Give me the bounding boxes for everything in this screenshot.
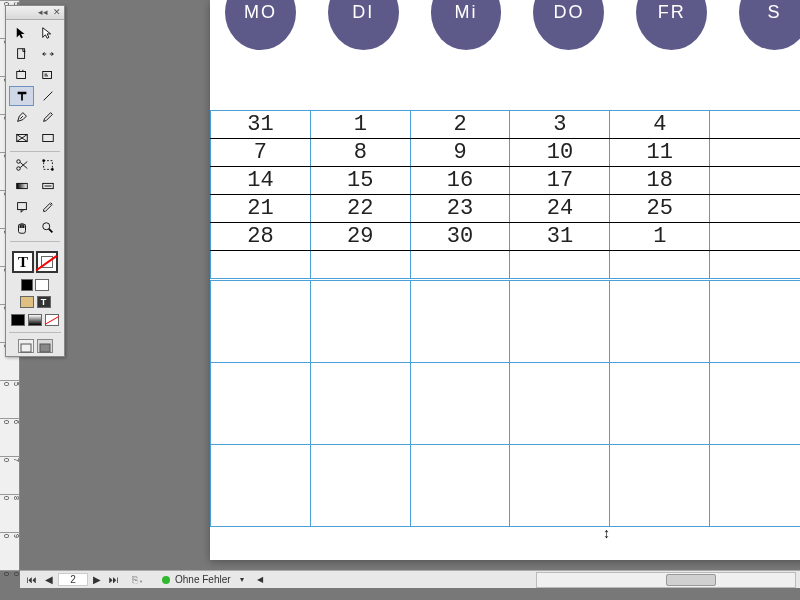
svg-point-16 <box>43 223 50 230</box>
view-mode-preview[interactable] <box>37 339 53 353</box>
next-page-icon[interactable]: ▶ <box>90 574 104 585</box>
eyedropper-tool[interactable] <box>36 197 61 217</box>
svg-point-9 <box>16 167 20 171</box>
document-page[interactable]: MODIMiDOFRS 3112347891011141516171821222… <box>210 0 800 560</box>
calendar-cell[interactable]: 23 <box>410 195 510 223</box>
svg-rect-13 <box>16 183 27 188</box>
calendar-cell[interactable]: 22 <box>310 195 410 223</box>
calendar-cell[interactable]: 29 <box>310 223 410 251</box>
type-tool[interactable] <box>9 86 34 106</box>
svg-rect-0 <box>17 49 24 59</box>
calendar-cell[interactable]: 14 <box>211 167 311 195</box>
calendar-cell[interactable]: 30 <box>410 223 510 251</box>
calendar-cell[interactable]: 2 <box>410 111 510 139</box>
page-navigator[interactable]: ⏮ ◀ 2 ▶ ⏭ <box>20 573 126 586</box>
calendar-cell[interactable] <box>610 251 710 279</box>
calendar-cell[interactable]: 8 <box>310 139 410 167</box>
calendar-cell[interactable] <box>410 251 510 279</box>
day-circle: FR <box>636 0 707 50</box>
apply-gradient[interactable] <box>28 314 42 326</box>
calendar-cell[interactable]: 1 <box>310 111 410 139</box>
open-panel-icon[interactable]: ⎘▾ <box>126 574 150 585</box>
tools-panel[interactable]: ◂◂ ✕ T T <box>5 5 65 357</box>
calendar-cell[interactable] <box>710 167 800 195</box>
default-fill-stroke[interactable] <box>21 279 33 291</box>
hand-tool[interactable] <box>9 218 34 238</box>
day-circle: Mi <box>431 0 502 50</box>
calendar-cell[interactable]: 16 <box>410 167 510 195</box>
apply-color[interactable] <box>11 314 25 326</box>
calendar-cell[interactable]: 24 <box>510 195 610 223</box>
apply-none[interactable] <box>45 314 59 326</box>
view-mode-normal[interactable] <box>18 339 34 353</box>
first-page-icon[interactable]: ⏮ <box>24 574 40 585</box>
scrollbar-thumb[interactable] <box>666 574 716 586</box>
calendar-cell[interactable]: 31 <box>211 111 311 139</box>
zoom-tool[interactable] <box>36 218 61 238</box>
tools-panel-header[interactable]: ◂◂ ✕ <box>6 6 64 20</box>
scissors-tool[interactable] <box>9 155 34 175</box>
free-transform-tool[interactable] <box>36 155 61 175</box>
calendar-cell[interactable]: 25 <box>610 195 710 223</box>
calendar-cell[interactable]: 1 <box>610 223 710 251</box>
calendar-cell[interactable]: 31 <box>510 223 610 251</box>
calendar-large-grid[interactable] <box>210 280 800 527</box>
gap-tool[interactable] <box>36 44 61 64</box>
rectangle-frame-tool[interactable] <box>9 128 34 148</box>
preflight-status[interactable]: Ohne Fehler ▾ ◀ <box>150 574 263 585</box>
calendar-cell[interactable]: 17 <box>510 167 610 195</box>
calendar-cell[interactable] <box>211 251 311 279</box>
direct-selection-tool[interactable] <box>36 23 61 43</box>
calendar-cell[interactable]: 21 <box>211 195 311 223</box>
stroke-swatch[interactable] <box>36 251 58 273</box>
day-header-row: MODIMiDOFRS <box>210 0 800 60</box>
horizontal-scrollbar[interactable] <box>536 572 796 588</box>
page-tool[interactable] <box>9 44 34 64</box>
line-tool[interactable] <box>36 86 61 106</box>
calendar-cell[interactable]: 10 <box>510 139 610 167</box>
calendar-cell[interactable] <box>710 139 800 167</box>
calendar-cell[interactable]: 9 <box>410 139 510 167</box>
calendar-cell[interactable]: 11 <box>610 139 710 167</box>
formatting-text[interactable]: T <box>37 296 51 308</box>
calendar-cell[interactable] <box>710 251 800 279</box>
close-icon[interactable]: ✕ <box>53 7 61 17</box>
calendar-number-grid[interactable]: 3112347891011141516171821222324252829303… <box>210 110 800 279</box>
calendar-cell[interactable]: 18 <box>610 167 710 195</box>
svg-rect-2 <box>43 72 52 79</box>
collapse-icon[interactable]: ◂◂ <box>38 7 48 17</box>
calendar-cell[interactable] <box>310 251 410 279</box>
calendar-cell[interactable]: 15 <box>310 167 410 195</box>
gradient-feather-tool[interactable] <box>36 176 61 196</box>
selection-tool[interactable] <box>9 23 34 43</box>
calendar-cell[interactable] <box>710 111 800 139</box>
calendar-cell[interactable]: 4 <box>610 111 710 139</box>
pencil-tool[interactable] <box>36 107 61 127</box>
calendar-cell[interactable] <box>710 195 800 223</box>
swap-fill-stroke[interactable] <box>35 279 49 291</box>
calendar-cell[interactable] <box>710 223 800 251</box>
calendar-cell[interactable]: 28 <box>211 223 311 251</box>
content-collector-tool[interactable] <box>9 65 34 85</box>
dropdown-icon[interactable]: ▾ <box>236 575 244 584</box>
workspace: MODIMiDOFRS 3112347891011141516171821222… <box>20 0 800 570</box>
gradient-swatch-tool[interactable] <box>9 176 34 196</box>
formatting-container[interactable] <box>20 296 34 308</box>
calendar-cell[interactable] <box>510 251 610 279</box>
note-tool[interactable] <box>9 197 34 217</box>
chevron-left-icon[interactable]: ◀ <box>249 575 263 584</box>
rectangle-tool[interactable] <box>36 128 61 148</box>
svg-point-11 <box>42 159 45 162</box>
svg-rect-18 <box>21 344 31 352</box>
prev-page-icon[interactable]: ◀ <box>42 574 56 585</box>
preflight-label: Ohne Fehler <box>175 574 231 585</box>
calendar-cell[interactable]: 7 <box>211 139 311 167</box>
page-number-field[interactable]: 2 <box>58 573 88 586</box>
last-page-icon[interactable]: ⏭ <box>106 574 122 585</box>
svg-rect-7 <box>43 135 54 142</box>
fill-swatch[interactable]: T <box>12 251 34 273</box>
content-placer-tool[interactable] <box>36 65 61 85</box>
pen-tool[interactable] <box>9 107 34 127</box>
calendar-cell[interactable]: 3 <box>510 111 610 139</box>
svg-line-3 <box>44 92 53 101</box>
